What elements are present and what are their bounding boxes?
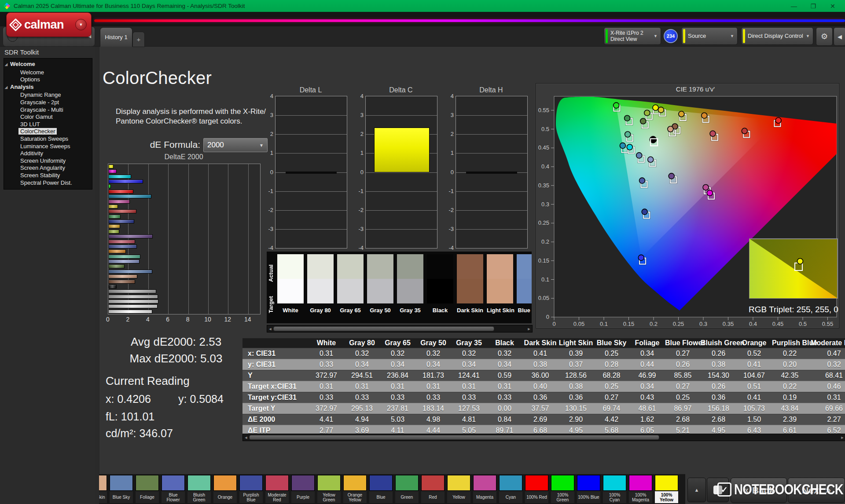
svg-text:0.55: 0.55 (538, 107, 549, 113)
color-swatch-magenta[interactable]: Magenta (473, 474, 496, 503)
delta-y-tick: -3 (262, 226, 273, 232)
patch-target (427, 279, 453, 303)
sidebar-item-additivity[interactable]: Additivity (4, 150, 92, 157)
sidebar-item-grayscale-2pt[interactable]: Grayscale - 2pt (4, 99, 92, 106)
tree-expander-icon[interactable]: ◢ (5, 61, 10, 69)
sidebar-item-screen-uniformity[interactable]: Screen Uniformity (4, 157, 92, 165)
table-cell: 0.46 (808, 383, 845, 391)
color-swatch-light-skin[interactable]: Light Skin (99, 474, 107, 503)
color-swatch-100-magenta[interactable]: 100% Magenta (629, 474, 652, 503)
sidebar-item-colorchecker[interactable]: ColorChecker (4, 128, 92, 135)
table-column-header: Blue Flower (665, 339, 701, 347)
table-cell: 48.61 (629, 405, 665, 413)
app-logo-icon (4, 3, 10, 9)
table-cell: 0.32 (451, 350, 487, 358)
sidebar-item-luminance-sweeps[interactable]: Luminance Sweeps (4, 143, 92, 150)
maximize-button[interactable]: ❐ (804, 3, 823, 10)
color-swatch-blue[interactable]: Blue (369, 474, 393, 503)
color-swatch-100-cyan[interactable]: 100% Cyan (603, 474, 626, 503)
color-swatch-blue-flower[interactable]: Blue Flower (162, 474, 185, 503)
table-cell: 0.52 (736, 350, 772, 358)
sidebar-item-welcome[interactable]: ◢Welcome (4, 61, 92, 69)
close-button[interactable]: ✕ (823, 3, 842, 10)
color-swatch-orange[interactable]: Orange (213, 474, 237, 503)
cie-measured-point: Orange (702, 113, 707, 118)
calman-menu-button[interactable]: calman ▼ (6, 12, 92, 37)
sidebar-item-saturation-sweeps[interactable]: Saturation Sweeps (4, 135, 92, 143)
svg-text:0.55: 0.55 (822, 321, 833, 327)
tree-expander-icon[interactable]: ◢ (5, 84, 10, 91)
color-swatch-foliage[interactable]: Foliage (136, 474, 159, 503)
color-swatch-orange-yellow[interactable]: Orange Yellow (343, 474, 367, 503)
back-button[interactable]: « Back (731, 478, 787, 503)
table-cell: 0.00 (487, 405, 522, 413)
delta-c-chart (365, 96, 437, 248)
color-swatch-moderate-red[interactable]: Moderate Red (265, 474, 289, 503)
de-formula-select[interactable]: 2000 ▼ (203, 138, 268, 152)
tab-history-1[interactable]: History 1 (100, 27, 132, 47)
color-swatch-green[interactable]: Green (395, 474, 419, 503)
window-pattern-button[interactable] (707, 478, 729, 502)
patch-preview-strip: Actual Target WhiteGray 80Gray 65Gray 50… (267, 252, 532, 323)
color-swatch-blue-sky[interactable]: Blue Sky (110, 474, 133, 503)
current-x: x: 0.4206 (106, 393, 151, 405)
display-control-dropdown[interactable]: Direct Display Control ▼ (741, 27, 813, 45)
swatch-color (213, 475, 237, 491)
table-cell: 0.34 (629, 350, 665, 358)
table-cell: 0.25 (594, 383, 629, 391)
color-swatch-100-blue[interactable]: 100% Blue (577, 474, 600, 503)
color-swatch-purple[interactable]: Purple (291, 474, 315, 503)
table-scrollbar[interactable]: ◄► (242, 434, 845, 441)
panel-collapse-button[interactable]: ◀ (834, 27, 845, 46)
table-header-row: WhiteGray 80Gray 65Gray 50Gray 35BlackDa… (242, 338, 845, 348)
color-swatch-yellow[interactable]: Yellow (447, 474, 470, 503)
color-swatch-bluish-green[interactable]: Bluish Green (187, 474, 211, 503)
square-icon (713, 486, 722, 494)
table-cell: 0.32 (344, 350, 380, 358)
color-swatch-yellow-green[interactable]: Yellow Green (317, 474, 341, 503)
sidebar-item-dynamic-range[interactable]: Dynamic Range (4, 91, 92, 99)
next-button[interactable]: Next » (788, 478, 845, 503)
chevron-down-icon: ▼ (654, 34, 661, 38)
table-cell: 0.25 (594, 350, 629, 358)
calman-menu-arrow-icon[interactable]: ▼ (75, 19, 87, 30)
table-cell: 2.68 (665, 416, 701, 424)
sidebar-item-analysis[interactable]: ◢Analysis (4, 84, 92, 92)
swatch-label: Orange Yellow (343, 491, 367, 503)
sidebar-item-spectral-power-dist[interactable]: Spectral Power Dist. (4, 179, 92, 187)
swatch-color (577, 475, 600, 491)
delta-y-tick: 3 (262, 112, 273, 118)
sidebar-item-options[interactable]: Options (4, 76, 92, 84)
delta-y-tick: 3 (352, 112, 364, 118)
page-title: ColorChecker (103, 68, 212, 88)
table-cell: 181.73 (415, 372, 451, 380)
color-swatch-100-yellow[interactable]: 100% Yellow (655, 474, 678, 503)
deltae-bar (108, 295, 158, 299)
swatch-color (291, 475, 315, 491)
color-swatch-100-green[interactable]: 100% Green (551, 474, 574, 503)
swatch-label: 100% Red (525, 491, 548, 503)
meter-dropdown[interactable]: X-Rite i1Pro 2Direct View ▼ (604, 27, 661, 45)
settings-button[interactable]: ⚙ (816, 27, 833, 46)
color-swatch-100-red[interactable]: 100% Red (525, 474, 548, 503)
deltae-x-tick: 0 (103, 316, 113, 323)
patch-strip-scrollbar[interactable]: ◄► (267, 325, 533, 332)
add-tab-button[interactable]: + (132, 32, 145, 47)
minimize-button[interactable]: — (784, 3, 804, 10)
source-dropdown[interactable]: Source ▼ (681, 27, 738, 45)
table-column-header: Purplish Blue (772, 339, 808, 347)
sidebar-item-screen-angularity[interactable]: Screen Angularity (4, 164, 92, 172)
expand-patches-button[interactable]: ▲ (687, 478, 706, 502)
sidebar-item-color-gamut[interactable]: Color Gamut (4, 113, 92, 121)
meter-count-badge[interactable]: 234 (664, 29, 678, 43)
color-swatch-red[interactable]: Red (421, 474, 445, 503)
color-swatch-cyan[interactable]: Cyan (499, 474, 522, 503)
sidebar-item-welcome[interactable]: Welcome (4, 69, 92, 77)
sidebar-item-3d-lut[interactable]: 3D LUT (4, 121, 92, 128)
swatch-label: 100% Cyan (603, 491, 626, 503)
color-swatch-purplish-blue[interactable]: Purplish Blue (239, 474, 263, 503)
deltae-bar (108, 209, 136, 213)
sidebar-item-grayscale-multi[interactable]: Grayscale - Multi (4, 106, 92, 114)
table-cell: 0.44 (629, 361, 665, 369)
sidebar-item-screen-stability[interactable]: Screen Stability (4, 172, 92, 179)
